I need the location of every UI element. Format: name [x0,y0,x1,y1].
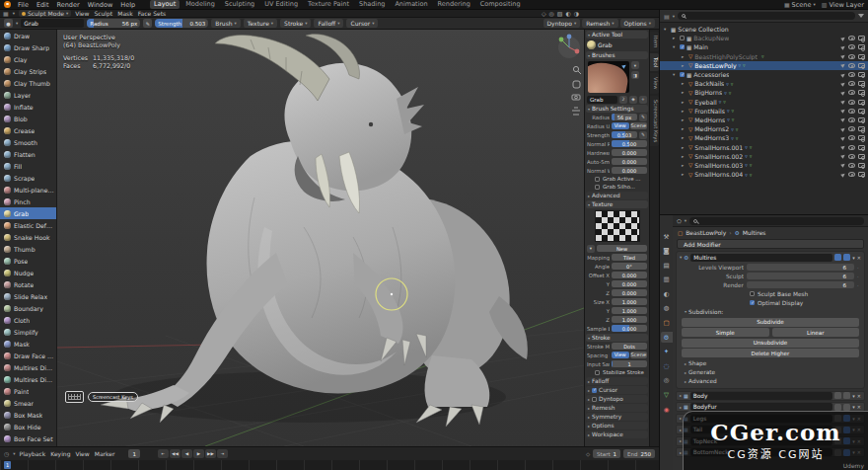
selectable-icon[interactable] [840,135,846,141]
selectable-icon[interactable] [840,72,846,78]
frame-current-field[interactable]: 1 [128,449,140,458]
filter-icon[interactable] [858,14,864,18]
sculpt-option-dropdown[interactable]: Remesh [582,19,617,28]
spacing-scene[interactable]: Scene [630,352,648,358]
display-render-toggle[interactable] [843,404,850,411]
outliner-item-name[interactable]: Scene Collection [678,26,728,33]
viewport-menu-item[interactable]: Face Sets [138,10,166,17]
toolbar-tool[interactable]: Rotate [0,278,56,290]
hide-viewport-icon[interactable] [848,126,855,131]
hide-render-icon[interactable] [858,90,865,95]
collapsed-modifier-panel[interactable]: ▦ Body ▾ ✕ [676,391,865,401]
stabilize-stroke-checkbox[interactable] [595,370,600,375]
outliner-item-name[interactable]: Eyeball [694,99,717,106]
view-layer-selector[interactable]: ▥View Layer [822,1,864,9]
topbar-menu-item[interactable]: Render [54,1,81,9]
close-icon[interactable]: ✕ [857,255,861,261]
zoom-icon[interactable] [573,66,578,71]
properties-tab[interactable]: ◎ [661,375,673,386]
toolbar-tool[interactable]: Mask [0,338,56,350]
close-icon[interactable]: ✕ [857,404,861,410]
number-field[interactable]: 0.000 [612,272,647,278]
mapping-dropdown[interactable]: Tiled [612,254,647,261]
toolbar-tool[interactable]: Grab [0,207,56,219]
collapsed-section[interactable]: Falloff [586,377,648,385]
selectable-icon[interactable] [840,126,846,132]
active-brush-name-field[interactable]: Grab [21,19,84,28]
strength-slider[interactable]: Strength 0.503 [155,19,208,28]
outliner-item-name[interactable]: SmallHorns.001 [694,144,743,151]
hide-viewport-icon[interactable] [848,72,855,77]
transport-button[interactable]: ▶ [193,449,204,458]
toolbar-tool[interactable]: Layer [0,89,56,101]
value-slider[interactable]: 0.500 [612,140,647,147]
timeline-menu-item[interactable]: View [75,450,89,457]
timeline-menu-item[interactable]: Marker [95,450,115,457]
value-slider[interactable]: 0.000 [612,167,647,174]
modifier-extras-icon[interactable]: ▾ [852,393,855,399]
workspace-tab[interactable]: UV Editing [260,0,302,9]
animate-dot-icon[interactable]: · [857,274,861,279]
checkbox[interactable] [595,177,600,182]
checkbox[interactable] [750,300,755,305]
disclosure-icon[interactable]: ▸ [682,109,687,114]
spacing-view[interactable]: View [612,352,629,358]
properties-search-input[interactable] [689,217,864,225]
collapsed-section[interactable]: Options [586,422,648,430]
frame-end-field[interactable]: End250 [623,449,655,458]
transport-button[interactable]: ⇤ [158,449,169,458]
outliner-item-name[interactable]: MedHorns2 [694,125,729,132]
selectable-icon[interactable] [840,144,846,150]
disclosure-icon[interactable]: ▾ [673,44,678,49]
outliner-row[interactable]: ▸ ▽ MedHorns ▿ ▿ [660,116,868,124]
strength-slider[interactable]: 0.503 [612,131,637,138]
input-samples-slider[interactable]: 1 [612,360,647,367]
workspace-tab[interactable]: Modeling [181,0,219,9]
hide-render-icon[interactable] [858,36,865,40]
viewport-shading-icon[interactable]: ▧ [557,10,563,17]
section-checkbox[interactable] [592,388,597,393]
breadcrumb-object[interactable]: BeastLowPoly [686,229,726,236]
hide-render-icon[interactable] [858,72,865,77]
n-panel-tab[interactable]: Item [650,32,659,51]
workspace-tab[interactable]: Sculpting [221,0,258,9]
toolbar-tool[interactable]: Clay [0,53,56,65]
section-checkbox[interactable] [592,397,597,402]
browse-texture-icon[interactable]: ▾ [587,245,595,253]
toolbar-tool[interactable]: Box Hide [0,421,56,432]
outliner-item-name[interactable]: BeastLowPoly [694,62,736,69]
creature-mesh[interactable] [101,35,528,428]
toolbar-tool[interactable]: Smooth [0,136,56,148]
workspace-tab[interactable]: Texture Paint [304,0,353,9]
subdivision-subpanel[interactable]: Subdivision: [677,307,864,316]
toolbar-tool[interactable]: Blob [0,113,56,124]
section-active-tool[interactable]: Active Tool [586,31,648,39]
value-slider[interactable]: 0.000 [612,149,647,156]
disclosure-icon[interactable]: ▸ [682,154,687,159]
viewport-menu-item[interactable]: View [75,10,89,17]
collection-exclude-checkbox[interactable] [680,44,685,49]
viewport-menu-item[interactable]: Mask [117,10,132,17]
modifier-name-field[interactable]: Body [690,392,832,400]
selectable-icon[interactable] [840,153,846,159]
add-modifier-button[interactable]: Add Modifier [677,239,864,249]
outliner-item-name[interactable]: BackNails [694,80,724,87]
outliner-row[interactable]: ▸ ▽ SmallHorns.002 ▿ ▿ [660,152,868,161]
playhead[interactable]: 1 [4,461,11,469]
hide-viewport-icon[interactable] [848,135,855,140]
selectable-icon[interactable] [840,81,846,87]
hide-render-icon[interactable] [858,63,865,68]
disclosure-icon[interactable]: ▾ [673,72,678,77]
disclosure-icon[interactable]: ▸ [682,126,687,131]
disclosure-icon[interactable]: ▸ [673,36,678,40]
strength-pressure-icon[interactable]: ✎ [639,131,647,139]
hide-viewport-icon[interactable] [848,172,855,177]
toolbar-tool[interactable]: Clay Strips [0,65,56,77]
outliner-row[interactable]: ▸ ▦ BackupNew [660,34,868,42]
breadcrumb-modifier[interactable]: Multires [743,229,766,236]
modifier-name-field[interactable]: BodyFur [690,403,832,411]
stroke-method-dropdown[interactable]: Dots [612,343,647,350]
toolbar-tool[interactable]: Nudge [0,267,56,278]
properties-tab[interactable]: ✦ [661,347,673,357]
mode-selector[interactable]: Sculpt Mode▾ [19,10,71,17]
